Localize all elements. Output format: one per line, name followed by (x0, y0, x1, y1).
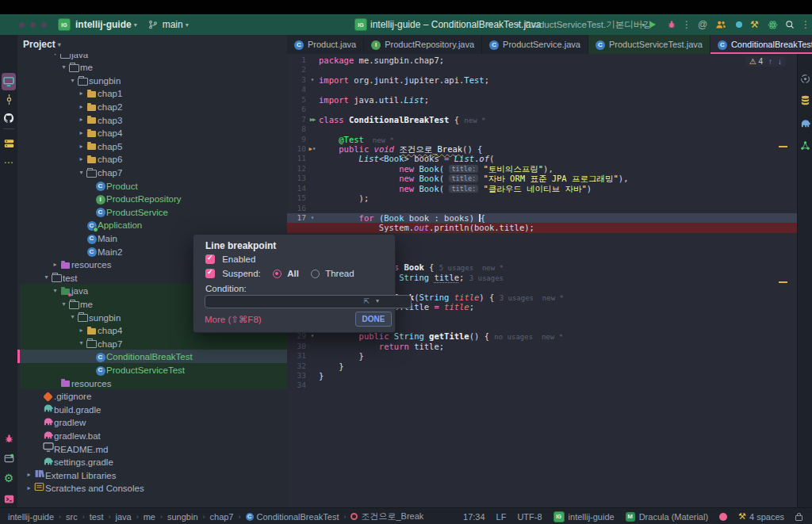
debug-icon[interactable] (0, 430, 17, 447)
tree-item-build.gradle[interactable]: build.gradle (17, 403, 287, 416)
tree-item-README.md[interactable]: README.md (17, 442, 287, 456)
run-button[interactable] (650, 21, 656, 28)
line-ending[interactable]: LF (496, 512, 507, 522)
run-configuration[interactable]: ProductServiceTest.기본디버깅 (525, 19, 652, 31)
terminal-icon[interactable] (0, 490, 17, 507)
tree-item-gradlew.bat[interactable]: gradlew.bat (17, 429, 287, 442)
status-project-name[interactable]: intellij-guide (569, 512, 615, 522)
github-icon[interactable] (0, 109, 17, 127)
commit-icon[interactable] (0, 90, 17, 108)
more-dots-icon[interactable]: ⋯ (0, 154, 17, 171)
prev-problem-icon[interactable]: ↑ (768, 57, 772, 66)
fold-icon[interactable]: ▾ (312, 145, 316, 152)
tree-item-chap4[interactable]: ▸chap4 (17, 126, 287, 140)
tree-item-chap5[interactable]: ▸chap5 (17, 140, 287, 153)
code-line-1[interactable]: 1package me.sungbin.chap7; (287, 55, 797, 65)
code-line-17[interactable]: 17▾ for (Book book : books) { (287, 213, 797, 223)
tree-item-chap7[interactable]: ▾chap7 (17, 337, 287, 350)
gradle-icon[interactable] (798, 114, 812, 132)
code-line-4[interactable]: 4 (287, 85, 797, 94)
tree-item-Scratches and Consoles[interactable]: ▸Scratches and Consoles (17, 481, 287, 495)
fold-icon[interactable]: ▾ (311, 76, 315, 83)
tree-item-.gitignore[interactable]: .gitignore (17, 389, 287, 403)
code-line-8[interactable]: 8 (287, 124, 797, 134)
close-window-button[interactable] (19, 22, 25, 28)
indent-setting[interactable]: 4 spaces (749, 512, 784, 522)
code-line-10[interactable]: 10▶▾ public void 조건으로_Break() { (287, 144, 797, 154)
code-line-3[interactable]: 3▾import org.junit.jupiter.api.Test; (287, 75, 797, 85)
code-line-7[interactable]: 7▶▶class ConditionalBreakTest { new * (287, 115, 797, 124)
breadcrumb-java[interactable]: java (116, 512, 132, 522)
code-line-14[interactable]: 14 new Book( title: "클라우드 네이티브 자바") (287, 184, 797, 193)
caret-position[interactable]: 17:34 (463, 512, 485, 522)
tree-item-ProductServiceTest[interactable]: CProductServiceTest (17, 363, 287, 377)
breadcrumb-sungbin[interactable]: sungbin (167, 512, 198, 522)
plugin-icon[interactable] (768, 20, 778, 30)
breadcrumb-chap7[interactable]: chap7 (210, 512, 234, 522)
code-line-32[interactable]: 32 } (287, 361, 797, 371)
next-problem-icon[interactable]: ↓ (778, 57, 782, 66)
project-icon[interactable] (2, 73, 16, 90)
breadcrumb-intellij-guide[interactable]: intellij-guide (8, 512, 54, 522)
code-line-16[interactable]: 16 (287, 204, 797, 213)
branch-switcher[interactable]: main (163, 19, 183, 30)
tree-item-External Libraries[interactable]: ▸External Libraries (17, 469, 287, 482)
traffic-lights[interactable] (19, 22, 50, 28)
breadcrumb-ConditionalBreakTest[interactable]: CConditionalBreakTest (246, 512, 339, 522)
tab-ProductService.java[interactable]: CProductService.java (482, 35, 588, 54)
at-icon[interactable]: @ (698, 19, 707, 30)
tree-item-chap2[interactable]: ▸chap2 (17, 100, 287, 113)
build-gear-icon[interactable]: ⚙ (0, 469, 17, 487)
tree-item-chap1[interactable]: ▸chap1 (17, 86, 287, 100)
code-line-5[interactable]: 5import java.util.List; (287, 95, 797, 105)
condition-input[interactable] (205, 295, 412, 308)
more-vertical-icon[interactable]: ⋮ (682, 19, 691, 30)
debug-button[interactable] (665, 17, 679, 32)
tab-ProductServiceTest.java[interactable]: CProductServiceTest.java (588, 35, 710, 54)
zoom-window-button[interactable] (41, 22, 47, 28)
code-line-30[interactable]: 30 return title; (287, 342, 797, 351)
code-line-29[interactable]: 29▾ public String getTitle() { no usages… (287, 331, 797, 341)
tree-item-gradlew[interactable]: gradlew (17, 415, 287, 429)
structure-icon[interactable] (0, 135, 17, 152)
tree-item-chap3[interactable]: ▸chap3 (17, 113, 287, 127)
code-line-12[interactable]: 12 new Book( title: "토비의스프링"), (287, 164, 797, 174)
code-line-2[interactable]: 2 (287, 65, 797, 75)
tree-item-Product[interactable]: CProduct (17, 179, 287, 193)
code-line-31[interactable]: 31 } (287, 351, 797, 361)
tree-item-chap6[interactable]: ▸chap6 (17, 152, 287, 166)
breadcrumb-test[interactable]: test (90, 512, 104, 522)
project-switcher[interactable]: intellij-guide (75, 19, 132, 30)
chevron-down-icon[interactable]: ▾ (376, 297, 379, 304)
expand-field-icon[interactable]: ⇱ (363, 297, 370, 305)
breadcrumb-src[interactable]: src (66, 512, 78, 522)
code-line-13[interactable]: 13 new Book( title: "자바 ORM 표준 JPA 프로그래밍… (287, 174, 797, 183)
suspend-checkbox[interactable] (205, 269, 215, 278)
tools-icon[interactable]: ⚒ (750, 19, 759, 30)
users-icon[interactable] (715, 20, 726, 29)
code-line-15[interactable]: 15 ); (287, 193, 797, 203)
settings-menu-icon[interactable]: ⋮ (801, 19, 810, 30)
profiler-dot-icon[interactable] (736, 21, 742, 28)
ai-assistant-icon[interactable] (798, 70, 812, 87)
theme-name[interactable]: Dracula (Material) (639, 512, 708, 522)
file-encoding[interactable]: UTF-8 (517, 512, 542, 522)
tab-ConditionalBreakTest.java[interactable]: CConditionalBreakTest.java× (710, 35, 812, 54)
services-icon[interactable] (0, 449, 17, 467)
minimize-window-button[interactable] (30, 22, 36, 28)
fold-icon[interactable]: ▾ (311, 332, 315, 339)
tree-item-settings.gradle[interactable]: settings.gradle (17, 455, 287, 469)
breadcrumb-조건으로_Break[interactable]: 조건으로_Break (350, 511, 423, 522)
database-icon[interactable] (798, 92, 812, 109)
code-line-11[interactable]: 11 List<Book> books = List.of( (287, 154, 797, 163)
tree-item-ProductRepository[interactable]: IProductRepository (17, 192, 287, 205)
fold-icon[interactable]: ▾ (311, 214, 315, 221)
breadcrumb-me[interactable]: me (144, 512, 155, 522)
code-line-6[interactable]: 6 (287, 105, 797, 114)
lock-icon[interactable] (795, 515, 802, 521)
search-icon[interactable] (785, 20, 795, 29)
tree-item-resources[interactable]: resources (17, 377, 287, 390)
tree-item-ProductService[interactable]: CProductService (17, 205, 287, 219)
tree-item-sungbin[interactable]: ▾sungbin (17, 74, 287, 87)
suspend-all-radio[interactable] (273, 270, 282, 278)
